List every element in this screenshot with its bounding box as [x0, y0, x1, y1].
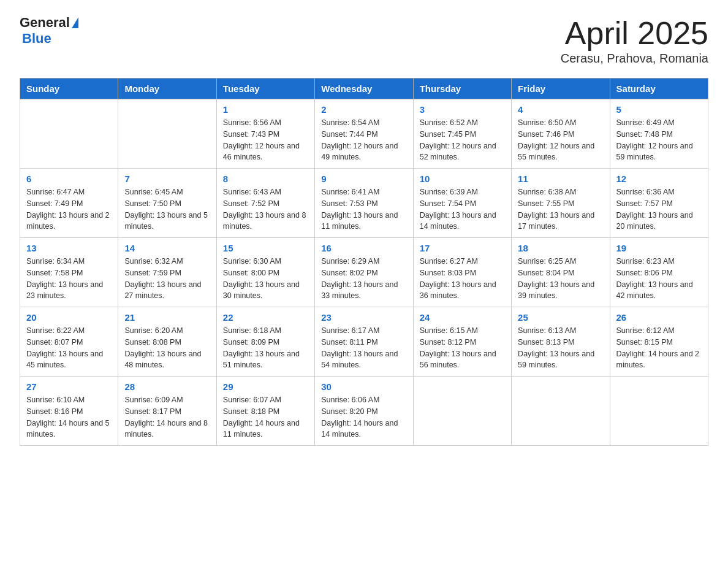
day-info: Sunrise: 6:30 AM Sunset: 8:00 PM Dayligh… [223, 256, 308, 302]
day-of-week-header: Friday [512, 79, 610, 99]
calendar-header: SundayMondayTuesdayWednesdayThursdayFrid… [20, 79, 708, 99]
day-info: Sunrise: 6:27 AM Sunset: 8:03 PM Dayligh… [420, 256, 505, 302]
day-info: Sunrise: 6:18 AM Sunset: 8:09 PM Dayligh… [223, 325, 308, 371]
calendar-day-cell [413, 377, 511, 446]
day-of-week-header: Saturday [610, 79, 708, 99]
logo-triangle-icon [72, 17, 78, 28]
day-number: 1 [223, 104, 308, 115]
calendar-week-row: 1Sunrise: 6:56 AM Sunset: 7:43 PM Daylig… [20, 99, 708, 169]
calendar-day-cell: 29Sunrise: 6:07 AM Sunset: 8:18 PM Dayli… [216, 377, 314, 446]
calendar-week-row: 27Sunrise: 6:10 AM Sunset: 8:16 PM Dayli… [20, 377, 708, 446]
day-number: 17 [420, 243, 505, 253]
day-info: Sunrise: 6:47 AM Sunset: 7:49 PM Dayligh… [26, 186, 112, 232]
calendar-day-cell: 2Sunrise: 6:54 AM Sunset: 7:44 PM Daylig… [315, 99, 413, 169]
calendar-day-cell: 28Sunrise: 6:09 AM Sunset: 8:17 PM Dayli… [118, 377, 216, 446]
calendar-day-cell: 21Sunrise: 6:20 AM Sunset: 8:08 PM Dayli… [118, 307, 216, 377]
day-of-week-header: Thursday [413, 79, 511, 99]
day-number: 5 [616, 104, 702, 115]
day-number: 15 [223, 243, 308, 253]
calendar-day-cell: 25Sunrise: 6:13 AM Sunset: 8:13 PM Dayli… [512, 307, 610, 377]
day-number: 30 [321, 381, 406, 392]
day-number: 28 [124, 381, 210, 392]
day-number: 18 [518, 243, 603, 253]
calendar-day-cell: 15Sunrise: 6:30 AM Sunset: 8:00 PM Dayli… [216, 238, 314, 307]
calendar-day-cell: 18Sunrise: 6:25 AM Sunset: 8:04 PM Dayli… [512, 238, 610, 307]
header-row: SundayMondayTuesdayWednesdayThursdayFrid… [20, 79, 708, 99]
day-info: Sunrise: 6:56 AM Sunset: 7:43 PM Dayligh… [223, 117, 308, 163]
day-info: Sunrise: 6:29 AM Sunset: 8:02 PM Dayligh… [321, 256, 406, 302]
day-number: 21 [124, 312, 210, 323]
calendar-day-cell: 3Sunrise: 6:52 AM Sunset: 7:45 PM Daylig… [413, 99, 511, 169]
calendar-day-cell: 14Sunrise: 6:32 AM Sunset: 7:59 PM Dayli… [118, 238, 216, 307]
day-info: Sunrise: 6:43 AM Sunset: 7:52 PM Dayligh… [223, 186, 308, 232]
day-info: Sunrise: 6:23 AM Sunset: 8:06 PM Dayligh… [616, 256, 702, 302]
day-number: 10 [420, 174, 505, 184]
calendar-day-cell: 19Sunrise: 6:23 AM Sunset: 8:06 PM Dayli… [610, 238, 708, 307]
calendar-day-cell: 13Sunrise: 6:34 AM Sunset: 7:58 PM Dayli… [20, 238, 118, 307]
calendar-day-cell: 20Sunrise: 6:22 AM Sunset: 8:07 PM Dayli… [20, 307, 118, 377]
day-number: 20 [26, 312, 112, 323]
day-info: Sunrise: 6:36 AM Sunset: 7:57 PM Dayligh… [616, 186, 702, 232]
day-number: 13 [26, 243, 112, 253]
calendar-day-cell: 7Sunrise: 6:45 AM Sunset: 7:50 PM Daylig… [118, 169, 216, 238]
day-info: Sunrise: 6:39 AM Sunset: 7:54 PM Dayligh… [420, 186, 505, 232]
calendar-week-row: 13Sunrise: 6:34 AM Sunset: 7:58 PM Dayli… [20, 238, 708, 307]
calendar-day-cell: 27Sunrise: 6:10 AM Sunset: 8:16 PM Dayli… [20, 377, 118, 446]
calendar-day-cell: 11Sunrise: 6:38 AM Sunset: 7:55 PM Dayli… [512, 169, 610, 238]
calendar-day-cell: 9Sunrise: 6:41 AM Sunset: 7:53 PM Daylig… [315, 169, 413, 238]
day-info: Sunrise: 6:22 AM Sunset: 8:07 PM Dayligh… [26, 325, 112, 371]
day-info: Sunrise: 6:13 AM Sunset: 8:13 PM Dayligh… [518, 325, 603, 371]
day-number: 26 [616, 312, 702, 323]
calendar-day-cell: 4Sunrise: 6:50 AM Sunset: 7:46 PM Daylig… [512, 99, 610, 169]
day-number: 19 [616, 243, 702, 253]
day-number: 3 [420, 104, 505, 115]
day-of-week-header: Tuesday [216, 79, 314, 99]
day-of-week-header: Monday [118, 79, 216, 99]
logo-general-text: General [20, 15, 70, 31]
day-number: 9 [321, 174, 406, 184]
day-info: Sunrise: 6:52 AM Sunset: 7:45 PM Dayligh… [420, 117, 505, 163]
title-section: April 2025 Cerasu, Prahova, Romania [561, 15, 708, 66]
day-info: Sunrise: 6:41 AM Sunset: 7:53 PM Dayligh… [321, 186, 406, 232]
calendar-day-cell: 12Sunrise: 6:36 AM Sunset: 7:57 PM Dayli… [610, 169, 708, 238]
day-info: Sunrise: 6:38 AM Sunset: 7:55 PM Dayligh… [518, 186, 603, 232]
day-info: Sunrise: 6:32 AM Sunset: 7:59 PM Dayligh… [124, 256, 210, 302]
calendar-day-cell: 6Sunrise: 6:47 AM Sunset: 7:49 PM Daylig… [20, 169, 118, 238]
calendar-day-cell: 30Sunrise: 6:06 AM Sunset: 8:20 PM Dayli… [315, 377, 413, 446]
day-info: Sunrise: 6:45 AM Sunset: 7:50 PM Dayligh… [124, 186, 210, 232]
calendar-day-cell: 5Sunrise: 6:49 AM Sunset: 7:48 PM Daylig… [610, 99, 708, 169]
day-number: 29 [223, 381, 308, 392]
calendar-day-cell [118, 99, 216, 169]
day-number: 8 [223, 174, 308, 184]
calendar-day-cell: 22Sunrise: 6:18 AM Sunset: 8:09 PM Dayli… [216, 307, 314, 377]
logo: General Blue [20, 15, 78, 47]
day-number: 4 [518, 104, 603, 115]
day-info: Sunrise: 6:34 AM Sunset: 7:58 PM Dayligh… [26, 256, 112, 302]
day-info: Sunrise: 6:06 AM Sunset: 8:20 PM Dayligh… [321, 394, 406, 440]
day-info: Sunrise: 6:10 AM Sunset: 8:16 PM Dayligh… [26, 394, 112, 440]
day-number: 6 [26, 174, 112, 184]
day-info: Sunrise: 6:09 AM Sunset: 8:17 PM Dayligh… [124, 394, 210, 440]
calendar-day-cell [512, 377, 610, 446]
day-info: Sunrise: 6:54 AM Sunset: 7:44 PM Dayligh… [321, 117, 406, 163]
calendar-day-cell: 26Sunrise: 6:12 AM Sunset: 8:15 PM Dayli… [610, 307, 708, 377]
day-number: 25 [518, 312, 603, 323]
day-info: Sunrise: 6:25 AM Sunset: 8:04 PM Dayligh… [518, 256, 603, 302]
calendar-day-cell: 23Sunrise: 6:17 AM Sunset: 8:11 PM Dayli… [315, 307, 413, 377]
day-info: Sunrise: 6:07 AM Sunset: 8:18 PM Dayligh… [223, 394, 308, 440]
day-info: Sunrise: 6:17 AM Sunset: 8:11 PM Dayligh… [321, 325, 406, 371]
calendar-day-cell: 16Sunrise: 6:29 AM Sunset: 8:02 PM Dayli… [315, 238, 413, 307]
calendar-day-cell: 1Sunrise: 6:56 AM Sunset: 7:43 PM Daylig… [216, 99, 314, 169]
calendar-day-cell: 24Sunrise: 6:15 AM Sunset: 8:12 PM Dayli… [413, 307, 511, 377]
calendar-day-cell: 17Sunrise: 6:27 AM Sunset: 8:03 PM Dayli… [413, 238, 511, 307]
day-number: 27 [26, 381, 112, 392]
day-number: 22 [223, 312, 308, 323]
calendar-title: April 2025 [561, 15, 708, 52]
day-of-week-header: Sunday [20, 79, 118, 99]
day-of-week-header: Wednesday [315, 79, 413, 99]
day-number: 14 [124, 243, 210, 253]
calendar-week-row: 6Sunrise: 6:47 AM Sunset: 7:49 PM Daylig… [20, 169, 708, 238]
day-info: Sunrise: 6:15 AM Sunset: 8:12 PM Dayligh… [420, 325, 505, 371]
day-info: Sunrise: 6:50 AM Sunset: 7:46 PM Dayligh… [518, 117, 603, 163]
day-number: 11 [518, 174, 603, 184]
